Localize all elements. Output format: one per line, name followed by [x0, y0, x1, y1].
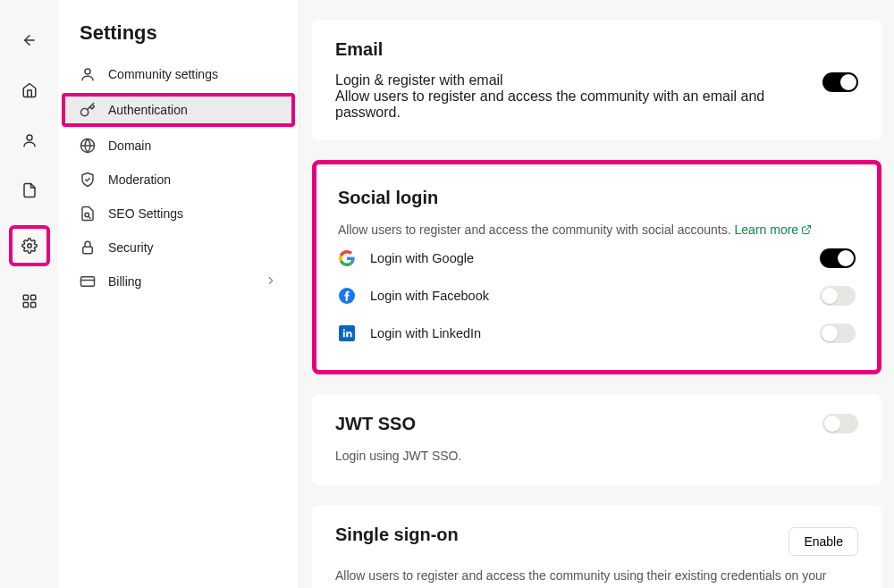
svg-rect-6 — [30, 303, 35, 307]
sidebar-item-label: Community settings — [108, 67, 218, 81]
toggle-email-login[interactable] — [822, 72, 858, 92]
svg-point-7 — [85, 69, 90, 74]
sidebar-item-billing[interactable]: Billing — [65, 265, 291, 298]
apps-icon[interactable] — [14, 286, 45, 316]
card-heading: Email — [335, 39, 858, 60]
email-login-label: Login & register with email — [335, 72, 822, 88]
card-heading: JWT SSO — [335, 414, 461, 434]
facebook-icon — [338, 287, 356, 305]
sidebar-item-label: Authentication — [108, 103, 188, 117]
svg-point-2 — [27, 244, 31, 248]
sidebar-title: Settings — [58, 21, 299, 57]
sidebar-item-community-settings[interactable]: Community settings — [65, 57, 291, 91]
globe-icon — [80, 138, 96, 154]
learn-more-link[interactable]: Learn more — [735, 223, 813, 237]
toggle-google[interactable] — [820, 248, 856, 268]
sidebar-item-label: SEO Settings — [108, 206, 183, 221]
jwt-sso-card: JWT SSO Login using JWT SSO. — [312, 394, 881, 485]
svg-line-15 — [805, 226, 811, 231]
provider-label: Login with Facebook — [370, 289, 489, 303]
sidebar-item-label: Moderation — [108, 172, 171, 187]
sidebar-item-moderation[interactable]: Moderation — [65, 163, 291, 197]
toggle-linkedin[interactable] — [820, 323, 856, 343]
sidebar-item-domain[interactable]: Domain — [65, 129, 291, 163]
sidebar-item-security[interactable]: Security — [65, 231, 291, 265]
linkedin-icon — [338, 324, 356, 342]
home-icon[interactable] — [14, 75, 45, 105]
email-card: Email Login & register with email Allow … — [312, 20, 881, 140]
person-icon — [80, 66, 96, 82]
toggle-facebook[interactable] — [820, 286, 856, 306]
social-login-desc: Allow users to register and access the c… — [338, 221, 856, 239]
seo-icon — [80, 206, 96, 222]
provider-label: Login with Google — [370, 251, 474, 265]
back-icon[interactable] — [14, 25, 45, 55]
jwt-desc: Login using JWT SSO. — [335, 447, 461, 466]
svg-rect-12 — [83, 247, 93, 254]
google-icon — [338, 249, 356, 267]
settings-sidebar: Settings Community settings Authenticati… — [58, 0, 299, 588]
sidebar-item-label: Security — [108, 240, 154, 255]
chevron-right-icon — [265, 274, 277, 290]
main-content: Email Login & register with email Allow … — [299, 0, 894, 588]
document-icon[interactable] — [14, 175, 45, 206]
svg-point-1 — [27, 135, 32, 140]
settings-icon[interactable] — [9, 225, 50, 266]
toggle-jwt-sso[interactable] — [822, 414, 858, 433]
card-heading: Social login — [338, 188, 856, 208]
svg-rect-4 — [30, 295, 35, 299]
nav-rail — [0, 0, 58, 588]
sidebar-item-authentication[interactable]: Authentication — [62, 93, 295, 127]
credit-card-icon — [80, 273, 96, 290]
email-login-desc: Allow users to register and access the c… — [335, 88, 822, 121]
lock-icon — [80, 239, 96, 256]
enable-sso-button[interactable]: Enable — [789, 527, 858, 556]
social-login-card: Social login Allow users to register and… — [312, 160, 881, 374]
provider-label: Login with LinkedIn — [370, 326, 481, 340]
svg-line-11 — [89, 216, 90, 218]
svg-rect-5 — [23, 303, 28, 307]
svg-rect-3 — [23, 295, 28, 299]
sidebar-item-seo-settings[interactable]: SEO Settings — [65, 197, 291, 231]
sso-card: Single sign-on Enable Allow users to reg… — [312, 505, 881, 588]
user-icon[interactable] — [14, 125, 45, 155]
shield-icon — [80, 172, 96, 188]
svg-rect-13 — [81, 277, 95, 287]
sso-desc: Allow users to register and access the c… — [335, 567, 858, 588]
sidebar-item-label: Domain — [108, 139, 151, 153]
sidebar-item-label: Billing — [108, 274, 141, 289]
key-icon — [80, 102, 96, 118]
card-heading: Single sign-on — [335, 525, 459, 545]
